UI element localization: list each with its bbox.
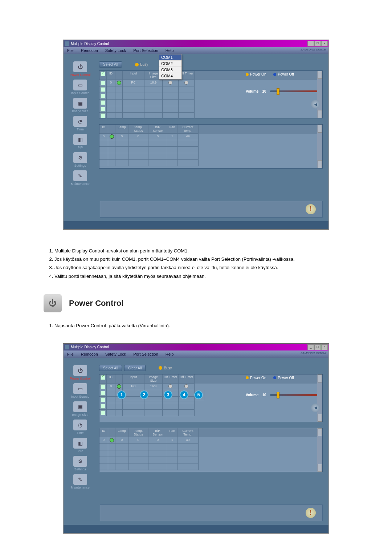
image-size-icon: ▣ xyxy=(73,98,87,109)
sidebar-item-time[interactable]: ◔Time xyxy=(64,420,97,435)
sidebar-item-pip[interactable]: ◧PIP xyxy=(64,438,97,453)
maximize-button[interactable]: □ xyxy=(314,41,321,46)
sidebar-item-input-source[interactable]: ▭Input Source xyxy=(64,80,97,95)
note-item: Valittu portti tallennetaan, ja sitä käy… xyxy=(54,273,348,280)
grid2-scrollbar[interactable] xyxy=(317,125,322,168)
clear-all-button[interactable]: Clear All xyxy=(124,365,146,371)
menu-file[interactable]: File xyxy=(64,47,77,54)
window-title: Multiple Display Control xyxy=(71,42,109,46)
header-checkbox[interactable] xyxy=(101,375,105,380)
menu-safety-lock[interactable]: Safety Lock xyxy=(102,47,130,54)
menubar: File Remocon Safety Lock Port Selection … xyxy=(64,47,328,54)
power-on-button[interactable]: Power On xyxy=(246,72,266,76)
warning-icon: ! xyxy=(306,508,316,518)
port-option-com1[interactable]: COM1 xyxy=(159,54,181,61)
mute-button[interactable]: ◀ xyxy=(311,404,320,412)
port-dropdown[interactable]: COM1 COM2 COM3 COM4 xyxy=(159,54,182,80)
status-led-icon xyxy=(117,384,121,389)
menu-help[interactable]: Help xyxy=(162,351,177,358)
pip-icon: ◧ xyxy=(73,134,87,145)
sidebar: ⏻Power Control ▭Input Source ▣Image Size… xyxy=(64,54,97,221)
warning-icon: ! xyxy=(306,204,316,214)
minimize-button[interactable]: _ xyxy=(307,41,314,46)
power-icon: ⏻ xyxy=(73,61,87,72)
window-title: Multiple Display Control xyxy=(71,345,109,349)
sidebar-item-settings[interactable]: ⚙Settings xyxy=(64,456,97,471)
menu-port-selection[interactable]: Port Selection xyxy=(130,351,162,358)
port-option-com2[interactable]: COM2 xyxy=(159,61,181,67)
status-bar: ! xyxy=(100,201,323,218)
power-on-button[interactable]: Power On xyxy=(246,376,266,380)
power-off-dot-icon xyxy=(273,73,276,76)
menu-remocon[interactable]: Remocon xyxy=(77,47,102,54)
sidebar-item-maintenance[interactable]: ✎Maintenance xyxy=(64,474,97,489)
power-on-dot-icon xyxy=(246,73,249,76)
select-all-button[interactable]: Select All xyxy=(99,365,122,371)
notes-list-2: Napsauta Power Control -pääkuvaketta (Vi… xyxy=(44,323,348,329)
header-checkbox[interactable] xyxy=(101,72,105,76)
control-panel: Power On Power Off Volume 10 ◀ xyxy=(246,72,322,109)
notes-list-1: Multiple Display Control -arvoksi on alu… xyxy=(44,248,348,280)
note-item: Jos käytössä on muu portti kuin COM1, po… xyxy=(54,256,348,263)
status-led-icon xyxy=(117,81,121,85)
volume-value: 10 xyxy=(262,89,266,93)
status-led-icon xyxy=(110,134,114,139)
power-off-button[interactable]: Power Off xyxy=(273,72,294,76)
sidebar-item-maintenance[interactable]: ✎Maintenance xyxy=(64,170,97,186)
sidebar-item-power-control[interactable]: ⏻Power Control xyxy=(64,365,97,380)
sidebar-item-input-source[interactable]: ▭Input Source xyxy=(64,383,97,398)
callout-5: 5 xyxy=(194,390,203,399)
section-title: Power Control xyxy=(69,299,123,308)
menu-port-selection[interactable]: Port Selection xyxy=(130,47,162,54)
volume-slider[interactable] xyxy=(270,394,317,396)
app-window-2: Multiple Display Control _ □ × File Remo… xyxy=(63,344,329,533)
callout-3: 3 xyxy=(164,390,172,399)
close-button[interactable]: × xyxy=(321,344,328,350)
menubar: File Remocon Safety Lock Port Selection … xyxy=(64,351,328,358)
sidebar-item-pip[interactable]: ◧PIP xyxy=(64,134,97,149)
note-item: Multiple Display Control -arvoksi on alu… xyxy=(54,248,348,254)
menu-safety-lock[interactable]: Safety Lock xyxy=(102,351,130,358)
port-option-com4[interactable]: COM4 xyxy=(159,73,181,79)
volume-label: Volume xyxy=(246,89,258,93)
busy-dot-icon xyxy=(135,63,139,66)
off-timer-radio[interactable] xyxy=(184,81,188,85)
volume-slider[interactable] xyxy=(270,90,317,92)
busy-indicator: Busy xyxy=(159,366,172,370)
volume-thumb[interactable] xyxy=(277,88,279,95)
maximize-button[interactable]: □ xyxy=(314,344,321,350)
callout-2: 2 xyxy=(140,390,148,399)
table-row[interactable]: 0 0 0 0 1 49 xyxy=(99,437,317,444)
section-header: ⏻ Power Control xyxy=(44,294,348,312)
sidebar-item-time[interactable]: ◔Time xyxy=(64,116,97,131)
sidebar-item-settings[interactable]: ⚙Settings xyxy=(64,152,97,167)
busy-indicator: Busy xyxy=(135,62,148,66)
port-option-com3[interactable]: COM3 xyxy=(159,67,181,73)
input-icon: ▭ xyxy=(73,80,87,90)
grid2-scrollbar[interactable] xyxy=(317,428,322,472)
menu-remocon[interactable]: Remocon xyxy=(77,351,102,358)
on-timer-radio[interactable] xyxy=(168,81,172,85)
power-off-button[interactable]: Power Off xyxy=(273,376,294,380)
close-button[interactable]: × xyxy=(321,41,328,46)
sidebar-item-power-control[interactable]: ⏻Power Control xyxy=(64,61,97,77)
power-control-icon: ⏻ xyxy=(44,294,62,312)
menu-file[interactable]: File xyxy=(64,351,77,358)
sidebar-item-image-size[interactable]: ▣Image Size xyxy=(64,401,97,417)
note-item: Jos näyttöön sarjakaapelin avulla yhdist… xyxy=(54,264,348,271)
callout-4: 4 xyxy=(180,390,188,399)
table-row[interactable]: 0 0 0 0 1 49 xyxy=(99,134,317,140)
menu-help[interactable]: Help xyxy=(162,47,177,54)
mute-button[interactable]: ◀ xyxy=(311,100,320,109)
status-grid: ID Lamp Temp. Status B/R Sensor Fan Curr… xyxy=(99,124,323,169)
sidebar-item-image-size[interactable]: ▣Image Size xyxy=(64,98,97,113)
sidebar: ⏻Power Control ▭Input Source ▣Image Size… xyxy=(64,358,97,525)
brand-label: SAMSUNG DIGITall xyxy=(301,48,326,51)
minimize-button[interactable]: _ xyxy=(307,344,314,350)
time-icon: ◔ xyxy=(73,116,87,127)
note-item: Napsauta Power Control -pääkuvaketta (Vi… xyxy=(54,323,348,329)
select-all-button[interactable]: Select All xyxy=(99,61,122,68)
row-checkbox[interactable] xyxy=(101,81,105,85)
brand-label: SAMSUNG DIGITall xyxy=(301,352,326,355)
callout-1: 1 xyxy=(117,390,126,399)
